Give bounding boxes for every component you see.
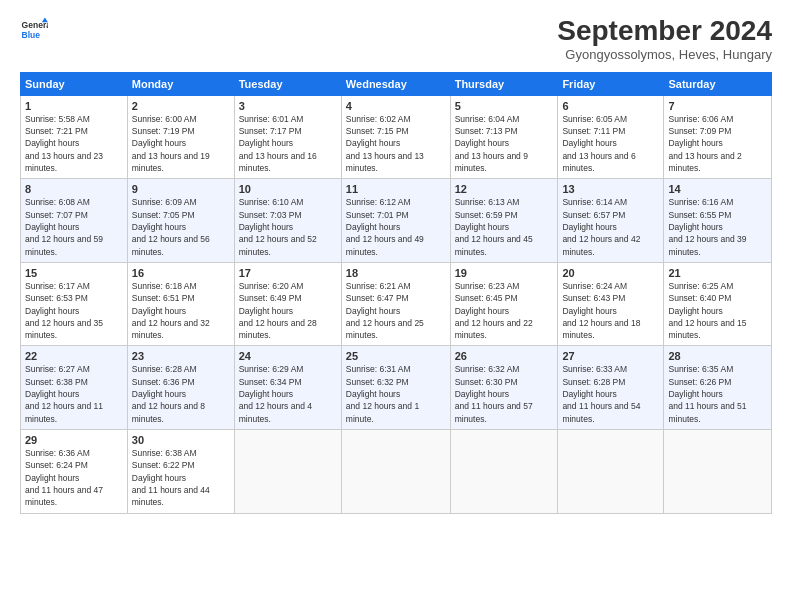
day-info: Sunrise: 6:13 AMSunset: 6:59 PMDaylight … — [455, 196, 554, 258]
day-number: 20 — [562, 267, 659, 279]
day-number: 7 — [668, 100, 767, 112]
table-row: 26Sunrise: 6:32 AMSunset: 6:30 PMDayligh… — [450, 346, 558, 430]
table-row: 11Sunrise: 6:12 AMSunset: 7:01 PMDayligh… — [341, 179, 450, 263]
day-info: Sunrise: 6:04 AMSunset: 7:13 PMDaylight … — [455, 113, 554, 175]
day-number: 2 — [132, 100, 230, 112]
day-info: Sunrise: 6:01 AMSunset: 7:17 PMDaylight … — [239, 113, 337, 175]
table-row: 7Sunrise: 6:06 AMSunset: 7:09 PMDaylight… — [664, 95, 772, 179]
table-row: 21Sunrise: 6:25 AMSunset: 6:40 PMDayligh… — [664, 262, 772, 346]
table-row — [558, 430, 664, 514]
table-row: 24Sunrise: 6:29 AMSunset: 6:34 PMDayligh… — [234, 346, 341, 430]
day-info: Sunrise: 6:27 AMSunset: 6:38 PMDaylight … — [25, 363, 123, 425]
svg-text:Blue: Blue — [22, 30, 41, 40]
day-number: 3 — [239, 100, 337, 112]
day-number: 23 — [132, 350, 230, 362]
logo: General Blue — [20, 16, 48, 44]
table-row: 15Sunrise: 6:17 AMSunset: 6:53 PMDayligh… — [21, 262, 128, 346]
day-info: Sunrise: 6:29 AMSunset: 6:34 PMDaylight … — [239, 363, 337, 425]
day-info: Sunrise: 6:33 AMSunset: 6:28 PMDaylight … — [562, 363, 659, 425]
day-number: 26 — [455, 350, 554, 362]
table-row: 17Sunrise: 6:20 AMSunset: 6:49 PMDayligh… — [234, 262, 341, 346]
table-row: 18Sunrise: 6:21 AMSunset: 6:47 PMDayligh… — [341, 262, 450, 346]
day-number: 30 — [132, 434, 230, 446]
day-number: 21 — [668, 267, 767, 279]
day-info: Sunrise: 6:24 AMSunset: 6:43 PMDaylight … — [562, 280, 659, 342]
day-number: 11 — [346, 183, 446, 195]
table-row: 20Sunrise: 6:24 AMSunset: 6:43 PMDayligh… — [558, 262, 664, 346]
day-info: Sunrise: 6:17 AMSunset: 6:53 PMDaylight … — [25, 280, 123, 342]
col-saturday: Saturday — [664, 72, 772, 95]
page-subtitle: Gyongyossolymos, Heves, Hungary — [557, 47, 772, 62]
day-info: Sunrise: 6:20 AMSunset: 6:49 PMDaylight … — [239, 280, 337, 342]
day-number: 8 — [25, 183, 123, 195]
day-number: 10 — [239, 183, 337, 195]
day-info: Sunrise: 6:31 AMSunset: 6:32 PMDaylight … — [346, 363, 446, 425]
day-number: 15 — [25, 267, 123, 279]
table-row — [234, 430, 341, 514]
day-info: Sunrise: 6:08 AMSunset: 7:07 PMDaylight … — [25, 196, 123, 258]
table-row — [341, 430, 450, 514]
table-row: 2Sunrise: 6:00 AMSunset: 7:19 PMDaylight… — [127, 95, 234, 179]
table-row: 29Sunrise: 6:36 AMSunset: 6:24 PMDayligh… — [21, 430, 128, 514]
col-sunday: Sunday — [21, 72, 128, 95]
table-row: 27Sunrise: 6:33 AMSunset: 6:28 PMDayligh… — [558, 346, 664, 430]
table-row: 25Sunrise: 6:31 AMSunset: 6:32 PMDayligh… — [341, 346, 450, 430]
day-number: 13 — [562, 183, 659, 195]
day-info: Sunrise: 6:35 AMSunset: 6:26 PMDaylight … — [668, 363, 767, 425]
table-row: 6Sunrise: 6:05 AMSunset: 7:11 PMDaylight… — [558, 95, 664, 179]
day-info: Sunrise: 6:09 AMSunset: 7:05 PMDaylight … — [132, 196, 230, 258]
day-number: 29 — [25, 434, 123, 446]
table-row: 30Sunrise: 6:38 AMSunset: 6:22 PMDayligh… — [127, 430, 234, 514]
table-row: 5Sunrise: 6:04 AMSunset: 7:13 PMDaylight… — [450, 95, 558, 179]
table-row: 22Sunrise: 6:27 AMSunset: 6:38 PMDayligh… — [21, 346, 128, 430]
day-number: 12 — [455, 183, 554, 195]
table-row: 10Sunrise: 6:10 AMSunset: 7:03 PMDayligh… — [234, 179, 341, 263]
day-info: Sunrise: 6:10 AMSunset: 7:03 PMDaylight … — [239, 196, 337, 258]
day-info: Sunrise: 6:28 AMSunset: 6:36 PMDaylight … — [132, 363, 230, 425]
table-row: 16Sunrise: 6:18 AMSunset: 6:51 PMDayligh… — [127, 262, 234, 346]
day-number: 25 — [346, 350, 446, 362]
day-number: 19 — [455, 267, 554, 279]
day-number: 28 — [668, 350, 767, 362]
table-row: 12Sunrise: 6:13 AMSunset: 6:59 PMDayligh… — [450, 179, 558, 263]
col-monday: Monday — [127, 72, 234, 95]
day-number: 18 — [346, 267, 446, 279]
calendar-row: 29Sunrise: 6:36 AMSunset: 6:24 PMDayligh… — [21, 430, 772, 514]
day-number: 5 — [455, 100, 554, 112]
table-row: 23Sunrise: 6:28 AMSunset: 6:36 PMDayligh… — [127, 346, 234, 430]
day-info: Sunrise: 5:58 AMSunset: 7:21 PMDaylight … — [25, 113, 123, 175]
day-number: 1 — [25, 100, 123, 112]
table-row — [664, 430, 772, 514]
day-number: 9 — [132, 183, 230, 195]
table-row: 3Sunrise: 6:01 AMSunset: 7:17 PMDaylight… — [234, 95, 341, 179]
day-info: Sunrise: 6:18 AMSunset: 6:51 PMDaylight … — [132, 280, 230, 342]
calendar-row: 22Sunrise: 6:27 AMSunset: 6:38 PMDayligh… — [21, 346, 772, 430]
table-row: 4Sunrise: 6:02 AMSunset: 7:15 PMDaylight… — [341, 95, 450, 179]
day-info: Sunrise: 6:02 AMSunset: 7:15 PMDaylight … — [346, 113, 446, 175]
col-thursday: Thursday — [450, 72, 558, 95]
day-number: 24 — [239, 350, 337, 362]
page-header: General Blue September 2024 Gyongyossoly… — [20, 16, 772, 62]
day-info: Sunrise: 6:12 AMSunset: 7:01 PMDaylight … — [346, 196, 446, 258]
day-info: Sunrise: 6:38 AMSunset: 6:22 PMDaylight … — [132, 447, 230, 509]
table-row: 19Sunrise: 6:23 AMSunset: 6:45 PMDayligh… — [450, 262, 558, 346]
title-block: September 2024 Gyongyossolymos, Heves, H… — [557, 16, 772, 62]
day-number: 16 — [132, 267, 230, 279]
calendar-table: Sunday Monday Tuesday Wednesday Thursday… — [20, 72, 772, 514]
day-info: Sunrise: 6:23 AMSunset: 6:45 PMDaylight … — [455, 280, 554, 342]
col-wednesday: Wednesday — [341, 72, 450, 95]
day-info: Sunrise: 6:16 AMSunset: 6:55 PMDaylight … — [668, 196, 767, 258]
day-info: Sunrise: 6:14 AMSunset: 6:57 PMDaylight … — [562, 196, 659, 258]
table-row: 13Sunrise: 6:14 AMSunset: 6:57 PMDayligh… — [558, 179, 664, 263]
table-row: 1Sunrise: 5:58 AMSunset: 7:21 PMDaylight… — [21, 95, 128, 179]
calendar-header-row: Sunday Monday Tuesday Wednesday Thursday… — [21, 72, 772, 95]
calendar-row: 1Sunrise: 5:58 AMSunset: 7:21 PMDaylight… — [21, 95, 772, 179]
day-info: Sunrise: 6:21 AMSunset: 6:47 PMDaylight … — [346, 280, 446, 342]
calendar-row: 15Sunrise: 6:17 AMSunset: 6:53 PMDayligh… — [21, 262, 772, 346]
table-row: 8Sunrise: 6:08 AMSunset: 7:07 PMDaylight… — [21, 179, 128, 263]
day-info: Sunrise: 6:00 AMSunset: 7:19 PMDaylight … — [132, 113, 230, 175]
col-tuesday: Tuesday — [234, 72, 341, 95]
day-info: Sunrise: 6:32 AMSunset: 6:30 PMDaylight … — [455, 363, 554, 425]
table-row: 14Sunrise: 6:16 AMSunset: 6:55 PMDayligh… — [664, 179, 772, 263]
day-number: 22 — [25, 350, 123, 362]
